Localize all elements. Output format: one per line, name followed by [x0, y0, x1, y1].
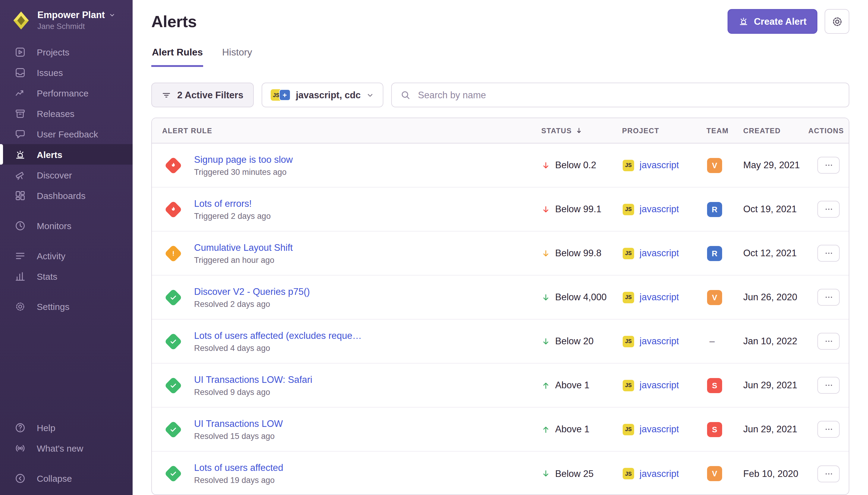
alert-rule-link[interactable]: Lots of errors! — [194, 198, 271, 209]
sidebar-item-releases[interactable]: Releases — [0, 103, 133, 124]
status-cell: Below 4,000 — [540, 292, 622, 303]
row-actions-button[interactable] — [817, 465, 840, 482]
sidebar-item-monitors[interactable]: Monitors — [0, 215, 133, 236]
sidebar-item-label: Projects — [37, 47, 69, 57]
status-cell: Below 99.8 — [540, 248, 622, 259]
sidebar-item-stats[interactable]: Stats — [0, 266, 133, 286]
alert-rule-link[interactable]: Discover V2 - Queries p75() — [194, 286, 310, 297]
resolved-icon — [164, 464, 182, 482]
row-actions-button[interactable] — [817, 245, 840, 262]
column-header-label: Created — [743, 126, 781, 135]
created-cell: Oct 19, 2021 — [743, 204, 808, 215]
row-actions-button[interactable] — [817, 421, 840, 438]
column-header-team[interactable]: Team — [707, 126, 743, 135]
team-badge: S — [707, 378, 722, 393]
status-text: Below 99.8 — [555, 248, 601, 259]
ellipsis-icon — [824, 249, 833, 258]
sidebar-item-user-feedback[interactable]: User Feedback — [0, 124, 133, 144]
team-cell: V — [707, 290, 743, 305]
sidebar-item-projects[interactable]: Projects — [0, 41, 133, 62]
trend-down-icon — [541, 337, 550, 346]
alert-rule-link[interactable]: Lots of users affected (excludes reque… — [194, 330, 362, 341]
row-actions-button[interactable] — [817, 157, 840, 174]
sidebar-item-performance[interactable]: Performance — [0, 83, 133, 103]
sidebar-footer: HelpWhat's newCollapse — [0, 417, 133, 495]
alert-rule-link[interactable]: UI Transactions LOW: Safari — [194, 374, 312, 385]
org-switcher[interactable]: Empower Plant Jane Schmidt — [0, 0, 133, 39]
sidebar-item-discover[interactable]: Discover — [0, 165, 133, 185]
sidebar-item-issues[interactable]: Issues — [0, 62, 133, 83]
alert-rule-link[interactable]: UI Transactions LOW — [194, 418, 283, 429]
column-header-created[interactable]: Created — [743, 126, 808, 135]
created-date: Jun 26, 2020 — [743, 292, 797, 303]
project-link[interactable]: javascript — [640, 248, 679, 259]
sidebar-item-label: Help — [37, 422, 55, 432]
resolved-icon — [164, 288, 182, 306]
team-cell: V — [707, 158, 743, 173]
actions-cell — [808, 377, 849, 394]
status-text: Above 1 — [555, 424, 590, 435]
tab-history[interactable]: History — [222, 47, 253, 67]
actions-cell — [808, 333, 849, 350]
alert-rule-subtext: Resolved 19 days ago — [194, 476, 283, 485]
project-cell: JSjavascript — [622, 159, 707, 171]
column-header-actions: Actions — [808, 126, 849, 135]
sidebar-section: HelpWhat's new — [0, 417, 133, 458]
project-select[interactable]: JS + javascript, cdc — [261, 83, 383, 107]
sidebar-item-activity[interactable]: Activity — [0, 245, 133, 266]
main-content: Alerts Create Alert Alert RulesHistory 2… — [133, 0, 868, 495]
alert-rule-link[interactable]: Cumulative Layout Shift — [194, 242, 293, 253]
project-link[interactable]: javascript — [640, 424, 679, 435]
collapse-icon — [15, 472, 26, 484]
alert-rule-cell: Cumulative Layout ShiftTriggered an hour… — [152, 242, 540, 264]
tab-alert-rules[interactable]: Alert Rules — [151, 47, 204, 67]
created-cell: Jun 26, 2020 — [743, 292, 808, 303]
project-link[interactable]: javascript — [640, 160, 679, 171]
project-platform-icons: JS + — [270, 89, 290, 101]
settings-button[interactable] — [824, 9, 849, 34]
app-root: Empower Plant Jane Schmidt ProjectsIssue… — [0, 0, 868, 495]
column-header-label: Status — [541, 126, 572, 135]
status-text: Below 4,000 — [555, 292, 607, 303]
sidebar-item-help[interactable]: Help — [0, 417, 133, 438]
created-cell: Jun 29, 2021 — [743, 424, 808, 435]
alert-rule-link[interactable]: Signup page is too slow — [194, 154, 293, 165]
actions-cell — [808, 289, 849, 306]
trend-down-icon — [541, 469, 550, 478]
alert-rule-link[interactable]: Lots of users affected — [194, 462, 283, 473]
active-filters-button[interactable]: 2 Active Filters — [151, 83, 254, 107]
javascript-platform-icon: JS — [623, 424, 634, 435]
search-input[interactable] — [417, 89, 840, 101]
sidebar-item-alerts[interactable]: Alerts — [0, 144, 133, 165]
project-link[interactable]: javascript — [640, 204, 679, 215]
trend-up-icon — [541, 425, 550, 434]
column-header-rule[interactable]: Alert Rule — [152, 126, 540, 135]
created-date: Jan 10, 2022 — [743, 336, 797, 347]
created-cell: May 29, 2021 — [743, 160, 808, 171]
project-cell: JSjavascript — [622, 424, 707, 435]
created-cell: Feb 10, 2020 — [743, 468, 808, 479]
column-header-project[interactable]: Project — [622, 126, 707, 135]
alert-rule-row: UI Transactions LOWResolved 15 days agoA… — [152, 408, 849, 451]
sidebar-item-label: Dashboards — [37, 190, 86, 201]
sidebar-item-collapse[interactable]: Collapse — [0, 468, 133, 488]
row-actions-button[interactable] — [817, 333, 840, 350]
sidebar-item-whats-new[interactable]: What's new — [0, 438, 133, 458]
trend-up-icon — [541, 381, 550, 390]
create-alert-button[interactable]: Create Alert — [727, 9, 817, 34]
team-cell: – — [707, 336, 743, 347]
row-actions-button[interactable] — [817, 201, 840, 218]
project-link[interactable]: javascript — [640, 380, 679, 391]
column-header-status[interactable]: Status — [540, 126, 622, 135]
alert-rule-subtext: Resolved 2 days ago — [194, 300, 310, 308]
row-actions-button[interactable] — [817, 289, 840, 306]
sidebar-item-settings[interactable]: Settings — [0, 296, 133, 317]
project-link[interactable]: javascript — [640, 292, 679, 303]
filter-row: 2 Active Filters JS + javascript, cdc — [151, 83, 849, 107]
sidebar-item-dashboards[interactable]: Dashboards — [0, 185, 133, 206]
row-actions-button[interactable] — [817, 377, 840, 394]
alert-rule-cell: Discover V2 - Queries p75()Resolved 2 da… — [152, 286, 540, 308]
project-link[interactable]: javascript — [640, 336, 679, 347]
project-link[interactable]: javascript — [640, 468, 679, 479]
sidebar-item-label: Issues — [37, 67, 63, 78]
